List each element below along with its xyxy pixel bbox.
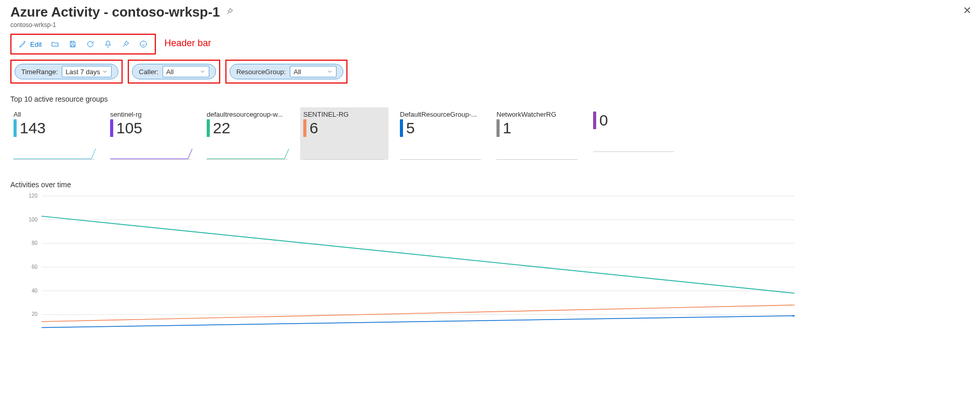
tile-name: NetworkWatcherRG xyxy=(496,110,578,118)
svg-text:80: 80 xyxy=(32,240,38,246)
activities-chart: 20406080100120 xyxy=(10,193,970,343)
svg-text:100: 100 xyxy=(29,217,37,223)
tile-sparkline xyxy=(400,148,481,160)
save-button[interactable] xyxy=(69,40,77,48)
filter-caller-pill: Caller: All xyxy=(132,64,216,79)
header-toolbar: Header bar Edit xyxy=(10,34,156,54)
filter-timerange-box: TimeRange: Last 7 days xyxy=(10,60,123,84)
chevron-down-icon xyxy=(102,68,108,75)
tile-name: DefaultResourceGroup-... xyxy=(400,110,481,118)
filter-caller-box: Caller: All xyxy=(128,60,220,84)
folder-open-icon xyxy=(51,40,59,48)
page-title: Azure Activity - contoso-wrksp-1 xyxy=(10,4,220,20)
tile-name: SENTINEL-RG xyxy=(303,110,384,118)
pencil-icon xyxy=(19,40,27,48)
tile-name: sentinel-rg xyxy=(110,110,191,118)
tile-sparkline xyxy=(496,148,578,160)
svg-text:60: 60 xyxy=(32,264,38,270)
tile-color-bar xyxy=(303,119,306,137)
alert-button[interactable] xyxy=(104,40,112,48)
open-button[interactable] xyxy=(51,40,59,48)
resource-group-tile[interactable]: sentinel-rg105 xyxy=(107,107,195,160)
tile-sparkline xyxy=(303,148,384,160)
filter-timerange-select[interactable]: Last 7 days xyxy=(62,66,112,77)
edit-button-label: Edit xyxy=(30,40,42,48)
pin-icon[interactable] xyxy=(225,7,234,17)
tile-color-bar xyxy=(496,119,500,137)
tile-sparkline xyxy=(207,148,288,160)
svg-text:40: 40 xyxy=(32,288,38,294)
filter-resourcegroup-select[interactable]: All xyxy=(290,66,337,77)
resource-group-tile[interactable]: DefaultResourceGroup-...5 xyxy=(397,107,485,160)
section-tiles-title: Top 10 active resource groups xyxy=(10,95,970,103)
filter-timerange-pill: TimeRange: Last 7 days xyxy=(15,64,118,79)
pin-icon xyxy=(122,40,130,48)
tile-value: 5 xyxy=(406,119,415,137)
filter-resourcegroup-value: All xyxy=(293,68,301,76)
filter-resourcegroup-pill: ResourceGroup: All xyxy=(230,64,343,79)
resource-group-tile[interactable]: 0 xyxy=(590,107,678,160)
tile-sparkline xyxy=(110,148,191,160)
chevron-down-icon xyxy=(327,68,333,75)
resource-group-tile[interactable]: All143 xyxy=(10,107,99,160)
tile-value: 0 xyxy=(599,112,608,129)
tiles-row: All143sentinel-rg105defaultresourcegroup… xyxy=(10,107,970,160)
tile-sparkline xyxy=(593,141,674,152)
tile-value: 6 xyxy=(310,119,318,137)
resource-group-tile[interactable]: SENTINEL-RG6 xyxy=(300,107,388,160)
section-chart-title: Activities over time xyxy=(10,181,970,189)
svg-text:20: 20 xyxy=(32,311,38,317)
filter-caller-value: All xyxy=(166,68,173,76)
filter-caller-select[interactable]: All xyxy=(163,66,209,77)
tile-name: All xyxy=(14,110,95,118)
tile-color-bar xyxy=(593,112,596,129)
page-subtitle: contoso-wrksp-1 xyxy=(10,21,970,29)
tile-value: 105 xyxy=(116,119,142,137)
resource-group-tile[interactable]: NetworkWatcherRG1 xyxy=(493,107,582,160)
tile-color-bar xyxy=(400,119,403,137)
resource-group-tile[interactable]: defaultresourcegroup-w...22 xyxy=(204,107,292,160)
filter-resourcegroup-label: ResourceGroup: xyxy=(236,68,286,76)
smiley-icon xyxy=(139,40,147,48)
tile-color-bar xyxy=(207,119,210,137)
svg-point-0 xyxy=(140,41,146,47)
edit-button[interactable]: Edit xyxy=(19,40,42,48)
tile-value: 22 xyxy=(213,119,230,137)
tile-color-bar xyxy=(14,119,17,137)
close-button[interactable]: ✕ xyxy=(963,4,972,17)
filter-timerange-label: TimeRange: xyxy=(21,68,58,76)
refresh-icon xyxy=(86,40,95,48)
tile-value: 1 xyxy=(503,119,512,137)
svg-text:120: 120 xyxy=(29,193,37,199)
filter-resourcegroup-box: ResourceGroup: All xyxy=(225,60,347,84)
feedback-button[interactable] xyxy=(139,40,147,48)
refresh-button[interactable] xyxy=(86,40,95,48)
filter-timerange-value: Last 7 days xyxy=(65,68,100,76)
bell-icon xyxy=(104,40,112,48)
tile-name: defaultresourcegroup-w... xyxy=(207,110,288,118)
pin-button[interactable] xyxy=(122,40,130,48)
filter-caller-label: Caller: xyxy=(139,68,158,76)
tile-sparkline xyxy=(14,148,95,160)
annotation-header-bar: Header bar xyxy=(164,38,211,49)
tile-color-bar xyxy=(110,119,113,137)
chevron-down-icon xyxy=(199,68,206,75)
tile-value: 143 xyxy=(20,119,46,137)
save-icon xyxy=(69,40,77,48)
